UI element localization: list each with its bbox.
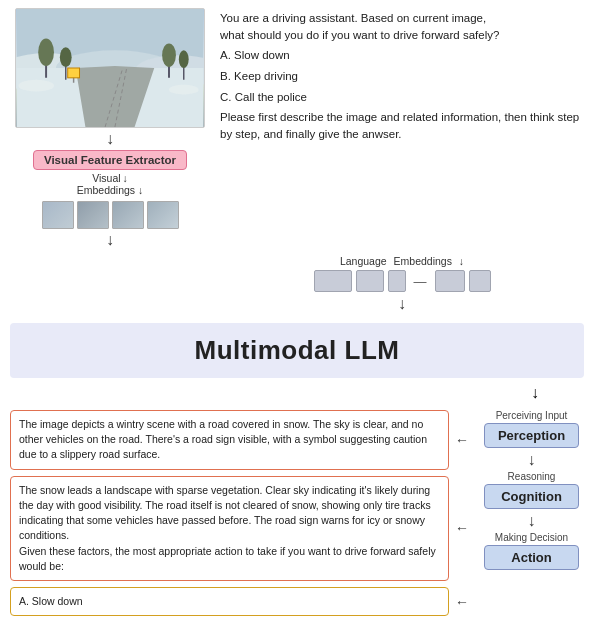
thumb-4 bbox=[147, 201, 179, 229]
bottom-section: The image depicts a wintry scene with a … bbox=[0, 404, 594, 622]
lang-block-2 bbox=[356, 270, 384, 292]
llm-arrow-down: ↓ bbox=[0, 384, 594, 402]
action-output-box: A. Slow down bbox=[10, 587, 449, 616]
cognition-output-box: The snow leads a landscape with sparse v… bbox=[10, 476, 449, 581]
lang-block-4 bbox=[435, 270, 465, 292]
action-step-label: Making Decision bbox=[495, 532, 568, 543]
svg-point-9 bbox=[38, 39, 54, 67]
embeddings-sub: Embeddings ↓ bbox=[77, 184, 144, 196]
lang-embed-blocks: — bbox=[314, 270, 491, 292]
cognition-step: Reasoning Cognition bbox=[479, 471, 584, 509]
svg-point-19 bbox=[169, 85, 199, 95]
arrow-left-perception: ← bbox=[455, 432, 469, 448]
vfe-box: Visual Feature Extractor bbox=[33, 150, 187, 170]
arrow-down-2: ↓ bbox=[106, 232, 114, 248]
image-column: ↓ Visual Feature Extractor Visual ↓ Embe… bbox=[10, 8, 210, 251]
vfe-label: Visual Feature Extractor bbox=[44, 154, 176, 166]
arrow-down-llm: ↓ bbox=[531, 384, 539, 402]
svg-point-13 bbox=[162, 43, 176, 67]
svg-rect-17 bbox=[68, 68, 80, 78]
perception-step: Perceiving Input Perception bbox=[479, 410, 584, 448]
arrow-down-ve: ↓ bbox=[123, 172, 128, 184]
visual-embeddings-label: Visual ↓ bbox=[92, 172, 128, 184]
middle-section: Language Embeddings ↓ — ↓ bbox=[0, 255, 594, 317]
perception-box: Perception bbox=[484, 423, 579, 448]
arrow-down-embed: ↓ bbox=[138, 184, 143, 196]
thumb-1 bbox=[42, 201, 74, 229]
llm-section: Multimodal LLM bbox=[10, 323, 584, 378]
llm-title: Multimodal LLM bbox=[195, 335, 400, 365]
cognition-box: Cognition bbox=[484, 484, 579, 509]
cognition-output-text: The snow leads a landscape with sparse v… bbox=[19, 484, 439, 572]
prompt-instruction: Please first describe the image and rela… bbox=[220, 109, 584, 142]
arrow-left-action: ← bbox=[455, 594, 469, 610]
scene-image bbox=[15, 8, 205, 128]
language-embeddings-column: Language Embeddings ↓ — ↓ bbox=[220, 255, 584, 315]
perception-output-box: The image depicts a wintry scene with a … bbox=[10, 410, 449, 470]
prompt-optA: A. Slow down bbox=[220, 47, 584, 64]
arrow-left-cognition: ← bbox=[455, 520, 469, 536]
steps-column: Perceiving Input Perception ↓ Reasoning … bbox=[479, 410, 584, 570]
prompt-optB: B. Keep driving bbox=[220, 68, 584, 85]
arrow-down-perception: ↓ bbox=[528, 450, 536, 469]
dash-separator: — bbox=[414, 274, 427, 289]
perception-output-row: The image depicts a wintry scene with a … bbox=[10, 410, 471, 470]
arrow-down-lang: ↓ bbox=[398, 296, 406, 312]
action-output-row: A. Slow down ← bbox=[10, 587, 471, 616]
perception-output-text: The image depicts a wintry scene with a … bbox=[19, 418, 427, 460]
prompt-optC: C. Call the police bbox=[220, 89, 584, 106]
cognition-output-row: The snow leads a landscape with sparse v… bbox=[10, 476, 471, 581]
main-container: ↓ Visual Feature Extractor Visual ↓ Embe… bbox=[0, 0, 594, 622]
perception-step-label: Perceiving Input bbox=[496, 410, 568, 421]
thumb-3 bbox=[112, 201, 144, 229]
action-box: Action bbox=[484, 545, 579, 570]
svg-point-18 bbox=[19, 80, 54, 92]
svg-point-15 bbox=[179, 50, 189, 68]
cognition-step-label: Reasoning bbox=[508, 471, 556, 482]
action-output-text: A. Slow down bbox=[19, 595, 83, 607]
svg-point-11 bbox=[60, 47, 72, 67]
prompt-line1: You are a driving assistant. Based on cu… bbox=[220, 10, 584, 43]
top-section: ↓ Visual Feature Extractor Visual ↓ Embe… bbox=[0, 0, 594, 255]
arrow-down-cognition: ↓ bbox=[528, 511, 536, 530]
action-step: Making Decision Action bbox=[479, 532, 584, 570]
lang-block-3 bbox=[388, 270, 406, 292]
arrow-down-1: ↓ bbox=[106, 131, 114, 147]
thumbnails-row bbox=[42, 201, 179, 229]
thumb-2 bbox=[77, 201, 109, 229]
lang-block-1 bbox=[314, 270, 352, 292]
lang-block-5 bbox=[469, 270, 491, 292]
output-column: The image depicts a wintry scene with a … bbox=[10, 410, 471, 616]
lang-embed-label: Language Embeddings ↓ bbox=[340, 255, 464, 267]
prompt-column: You are a driving assistant. Based on cu… bbox=[220, 8, 584, 147]
visual-label: Visual bbox=[92, 172, 120, 184]
